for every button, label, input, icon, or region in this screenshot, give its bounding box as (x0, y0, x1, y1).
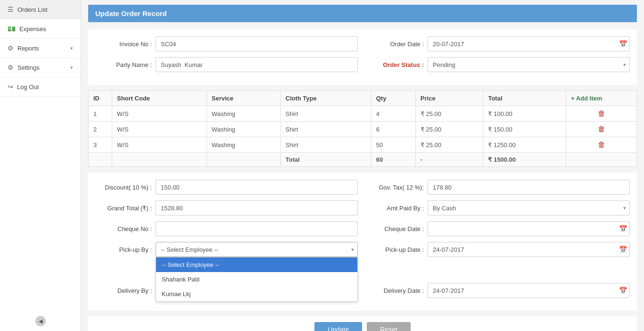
sidebar-item-label: Reports (17, 45, 39, 52)
party-name-label: Party Name : (95, 61, 152, 68)
col-qty: Qty (371, 91, 415, 106)
cheque-no-input[interactable] (156, 221, 358, 236)
col-short-code: Short Code (112, 91, 207, 106)
invoice-group: Invoice No : (95, 36, 358, 51)
order-status-label: Order Status : (367, 61, 424, 68)
order-status-group: Order Status : Pending Completed Cancell… (367, 57, 630, 72)
amt-paid-group: Amt Paid By : By Cash By Cheque Online ▾ (367, 200, 630, 215)
discount-input[interactable] (156, 180, 358, 195)
update-button[interactable]: Update (314, 322, 362, 331)
pickup-by-select[interactable]: -- Select Employee -- Shahank Patil Kuma… (156, 242, 358, 257)
total-amount: ₹ 1500.00 (483, 153, 566, 167)
total-price: - (415, 153, 483, 167)
table-row: 1 W/S Washing Shirt 4 ₹ 25.00 ₹ 100.00 🗑 (89, 106, 637, 122)
col-actions: + Add Item (566, 91, 637, 106)
dropdown-option-shahank[interactable]: Shahank Patil (156, 272, 357, 287)
amt-paid-select[interactable]: By Cash By Cheque Online (428, 200, 630, 215)
sidebar-item-expenses[interactable]: 💵 Expenses (0, 19, 81, 39)
logout-icon: ↪ (8, 83, 13, 91)
order-items-section: ID Short Code Service Cloth Type Qty Pri… (88, 91, 637, 167)
dropdown-option-select-employee[interactable]: -- Select Employee -- (156, 257, 357, 272)
pickup-date-wrapper: 📅 (428, 242, 630, 257)
sidebar-item-orders-list[interactable]: ☰ Orders List (0, 0, 81, 19)
discount-label: Discount( 10 %) : (95, 184, 152, 191)
order-status-wrapper: Pending Completed Cancelled ▾ (428, 57, 630, 72)
pickup-by-group: Pick-up By : -- Select Employee -- Shaha… (95, 242, 358, 257)
order-date-group: Order Date : 📅 (367, 36, 630, 51)
reports-icon: ⚙ (8, 44, 14, 52)
gov-tax-label: Gov. Tax( 12 %): (367, 184, 424, 191)
delivery-date-group: Delivery Date : 📅 (367, 283, 630, 298)
pickup-by-label: Pick-up By : (95, 246, 152, 253)
delete-row-icon[interactable]: 🗑 (598, 109, 605, 117)
party-name-input[interactable] (156, 57, 358, 72)
pickup-date-label: Pick-up Date : (367, 246, 424, 253)
grand-total-label: Grand Total (₹) : (95, 205, 152, 212)
pickup-by-wrapper: -- Select Employee -- Shahank Patil Kuma… (156, 242, 358, 257)
expenses-icon: 💵 (8, 25, 16, 33)
delete-row-icon[interactable]: 🗑 (598, 125, 605, 133)
party-name-group: Party Name : (95, 57, 358, 72)
collapse-icon: ◀ (39, 318, 42, 324)
pickup-dropdown-popup: -- Select Employee -- Shahank Patil Kuma… (156, 257, 358, 302)
page-title: Update Order Record (95, 9, 167, 17)
grand-total-input[interactable] (156, 200, 358, 215)
delivery-date-wrapper: 📅 (428, 283, 630, 298)
sidebar-item-settings[interactable]: ⚙ Settings ▾ (0, 58, 81, 77)
sidebar-item-label: Settings (17, 64, 40, 71)
cheque-date-input[interactable] (428, 221, 630, 236)
calendar-icon[interactable]: 📅 (619, 40, 627, 48)
amt-paid-wrapper: By Cash By Cheque Online ▾ (428, 200, 630, 215)
cheque-date-group: Cheque Date : 📅 (367, 221, 630, 236)
calendar-icon[interactable]: 📅 (619, 287, 627, 294)
sidebar-item-logout[interactable]: ↪ Log Out (0, 77, 81, 97)
col-price: Price (415, 91, 483, 106)
delete-row-icon[interactable]: 🗑 (598, 141, 605, 149)
total-row: Total 60 - ₹ 1500.00 (89, 153, 637, 167)
calendar-icon[interactable]: 📅 (619, 225, 627, 232)
invoice-no-label: Invoice No : (95, 41, 152, 48)
action-row: Update Reset (88, 316, 637, 331)
calendar-icon[interactable]: 📅 (619, 246, 627, 253)
table-row: 2 W/S Washing Shirt 6 ₹ 25.00 ₹ 150.00 🗑 (89, 122, 637, 137)
reset-button[interactable]: Reset (367, 322, 411, 331)
form-top-section: Invoice No : Order Date : 📅 Party Name :… (88, 29, 637, 85)
chevron-down-icon: ▾ (70, 65, 73, 71)
add-item-button[interactable]: + Add Item (571, 95, 602, 102)
order-date-wrapper: 📅 (428, 36, 630, 51)
col-cloth-type: Cloth Type (281, 91, 371, 106)
pickup-date-input[interactable] (428, 242, 630, 257)
amt-paid-label: Amt Paid By : (367, 205, 424, 212)
order-status-select[interactable]: Pending Completed Cancelled (428, 57, 630, 72)
page-header: Update Order Record (88, 5, 637, 22)
gov-tax-group: Gov. Tax( 12 %): (367, 180, 630, 195)
delivery-date-input[interactable] (428, 283, 630, 298)
cheque-no-group: Cheque No : (95, 221, 358, 236)
sidebar-item-label: Expenses (19, 25, 46, 33)
col-total: Total (483, 91, 566, 106)
calc-section: Discount( 10 %) : Gov. Tax( 12 %): Grand… (88, 173, 637, 311)
sidebar-toggle[interactable]: ◀ (35, 316, 46, 326)
invoice-no-input[interactable] (156, 36, 358, 51)
settings-icon: ⚙ (8, 64, 14, 71)
sidebar-item-label: Orders List (17, 6, 48, 13)
sidebar-item-reports[interactable]: ⚙ Reports ▾ (0, 39, 81, 58)
delivery-date-label: Delivery Date : (367, 287, 424, 294)
grand-total-group: Grand Total (₹) : (95, 200, 358, 215)
discount-group: Discount( 10 %) : (95, 180, 358, 195)
gov-tax-input[interactable] (428, 180, 630, 195)
col-service: Service (206, 91, 281, 106)
sidebar: ☰ Orders List 💵 Expenses ⚙ Reports ▾ ⚙ S… (0, 0, 81, 331)
cheque-date-wrapper: 📅 (428, 221, 630, 236)
order-table: ID Short Code Service Cloth Type Qty Pri… (88, 91, 637, 167)
list-icon: ☰ (8, 6, 14, 13)
total-qty: 60 (371, 153, 415, 167)
main-content: Update Order Record Invoice No : Order D… (81, 0, 644, 331)
table-row: 3 W/S Washing Shirt 50 ₹ 25.00 ₹ 1250.00… (89, 137, 637, 153)
col-id: ID (89, 91, 112, 106)
dropdown-option-kumae[interactable]: Kumae Lkj (156, 287, 357, 301)
cheque-date-label: Cheque Date : (367, 225, 424, 232)
cheque-no-label: Cheque No : (95, 225, 152, 232)
sidebar-item-label: Log Out (17, 83, 39, 91)
order-date-input[interactable] (428, 36, 630, 51)
